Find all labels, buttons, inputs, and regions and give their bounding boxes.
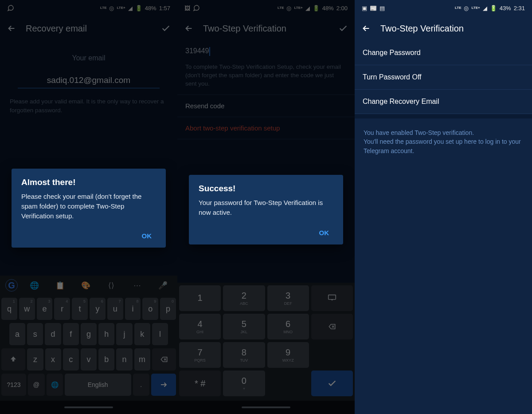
key-n[interactable]: n: [116, 348, 132, 371]
image-icon: 🖼: [184, 5, 190, 12]
system-nav-bar: [0, 401, 177, 414]
key-6[interactable]: 6MNO: [267, 314, 309, 339]
key-symbols[interactable]: * #: [179, 371, 221, 396]
hotspot-icon: ◎: [109, 5, 114, 12]
dialog-almost-there: Almost there! Please check your email (d…: [12, 169, 166, 248]
key-7[interactable]: 7PQRS: [179, 342, 221, 368]
back-button[interactable]: [360, 22, 372, 35]
at-key[interactable]: @: [28, 374, 44, 396]
key-e[interactable]: e3: [37, 298, 53, 320]
dialog-title: Almost there!: [21, 177, 156, 187]
key-0[interactable]: 0+: [223, 371, 265, 396]
abort-setup-link[interactable]: Abort two-step verification setup: [177, 117, 355, 139]
page-title: Recovery email: [26, 24, 152, 34]
battery-text: 48%: [145, 5, 156, 12]
lte-icon: LTE: [455, 6, 462, 10]
back-button[interactable]: [5, 22, 18, 35]
google-icon[interactable]: G: [5, 279, 18, 292]
clock-text: 2:00: [336, 5, 348, 12]
enter-key[interactable]: [151, 374, 176, 396]
key-g[interactable]: g: [81, 323, 97, 345]
clock-text: 2:31: [514, 5, 525, 12]
key-x[interactable]: x: [45, 348, 61, 371]
hotspot-icon: ◎: [286, 5, 291, 12]
key-k[interactable]: k: [134, 323, 150, 345]
signal-icon: ◢: [128, 5, 133, 12]
dialog-ok-button[interactable]: OK: [315, 225, 334, 240]
widget-icon: ▤: [379, 5, 385, 12]
handle-icon[interactable]: ⟨⟩: [99, 276, 123, 295]
more-icon[interactable]: ⋯: [125, 276, 149, 295]
key-u[interactable]: u7: [107, 298, 123, 320]
key-a[interactable]: a: [9, 323, 25, 345]
back-button[interactable]: [183, 22, 195, 35]
enter-key[interactable]: [311, 371, 353, 396]
key-h[interactable]: h: [98, 323, 114, 345]
key-4[interactable]: 4GHI: [179, 314, 221, 339]
key-z[interactable]: z: [27, 348, 43, 371]
whatsapp-icon: [193, 4, 200, 12]
key-r[interactable]: r4: [54, 298, 70, 320]
key-o[interactable]: o9: [142, 298, 158, 320]
key-5[interactable]: 5JKL: [223, 314, 265, 339]
lte-plus-icon: LTE+: [294, 6, 302, 10]
battery-icon: 🔋: [490, 5, 497, 12]
key-f[interactable]: f: [63, 323, 79, 345]
key-8[interactable]: 8TUV: [223, 342, 265, 368]
key-q[interactable]: q1: [1, 298, 17, 320]
mic-off-icon[interactable]: 🎤: [151, 276, 175, 295]
space-key[interactable]: English: [65, 374, 131, 396]
key-c[interactable]: c: [63, 348, 79, 371]
key-y[interactable]: y6: [90, 298, 106, 320]
dialog-success: Success! Your password for Two-Step Veri…: [189, 175, 343, 244]
key-w[interactable]: w2: [19, 298, 35, 320]
key-b[interactable]: b: [98, 348, 114, 371]
clipboard-icon[interactable]: 📋: [48, 276, 72, 295]
key-9[interactable]: 9WXYZ: [267, 342, 309, 368]
key-p[interactable]: p0: [160, 298, 176, 320]
backspace-key[interactable]: [152, 348, 176, 371]
status-bar: ▣ 📰 ▤ LTE ◎ LTE+ ◢ 🔋 43% 2:31: [355, 0, 532, 16]
key-l[interactable]: l: [152, 323, 168, 345]
symbols-key[interactable]: ?123: [1, 374, 26, 396]
shift-key[interactable]: [1, 348, 25, 371]
email-input[interactable]: [18, 73, 160, 88]
settings-menu: Change Password Turn Password Off Change…: [355, 41, 532, 114]
resend-code-link[interactable]: Resend code: [177, 95, 355, 117]
backspace-key[interactable]: [311, 314, 353, 339]
globe-key[interactable]: 🌐: [47, 374, 63, 396]
section-divider: [355, 114, 532, 118]
key-2[interactable]: 2ABC: [223, 285, 265, 311]
system-nav-bar: [177, 401, 355, 414]
key-3[interactable]: 3DEF: [267, 285, 309, 311]
field-label: Your email: [9, 54, 168, 62]
news-icon: 📰: [370, 5, 377, 12]
key-s[interactable]: s: [27, 323, 43, 345]
palette-icon[interactable]: 🎨: [74, 276, 98, 295]
key-1[interactable]: 1: [179, 285, 221, 311]
lte-icon: LTE: [278, 6, 284, 10]
app-icon: ▣: [362, 5, 367, 12]
confirm-button[interactable]: [337, 22, 349, 35]
dialog-ok-button[interactable]: OK: [137, 229, 156, 243]
key-d[interactable]: d: [45, 323, 61, 345]
key-t[interactable]: t5: [72, 298, 88, 320]
key-v[interactable]: v: [81, 348, 97, 371]
status-bar: LTE ◎ LTE+ ◢ 🔋 48% 1:57: [0, 0, 177, 16]
key-m[interactable]: m: [134, 348, 150, 371]
confirm-button[interactable]: [160, 22, 172, 35]
signal-icon: ◢: [305, 5, 310, 12]
help-text: You have enabled Two-Step verification. …: [356, 123, 531, 161]
help-text: Please add your valid email. It is the o…: [10, 97, 168, 114]
menu-turn-password-off[interactable]: Turn Password Off: [355, 65, 532, 90]
menu-change-password[interactable]: Change Password: [355, 41, 532, 65]
menu-change-recovery-email[interactable]: Change Recovery Email: [355, 90, 532, 114]
hide-keyboard-key[interactable]: [311, 285, 353, 311]
dialog-title: Success!: [199, 184, 333, 193]
code-input[interactable]: 319449: [177, 41, 355, 62]
key-i[interactable]: i8: [125, 298, 141, 320]
period-key[interactable]: .: [133, 374, 149, 396]
translate-icon[interactable]: 🌐: [22, 276, 46, 295]
screen-two-step-code: 🖼 LTE ◎ LTE+ ◢ 🔋 48% 2:00 Two-Step Verif…: [177, 0, 355, 414]
key-j[interactable]: j: [116, 323, 132, 345]
